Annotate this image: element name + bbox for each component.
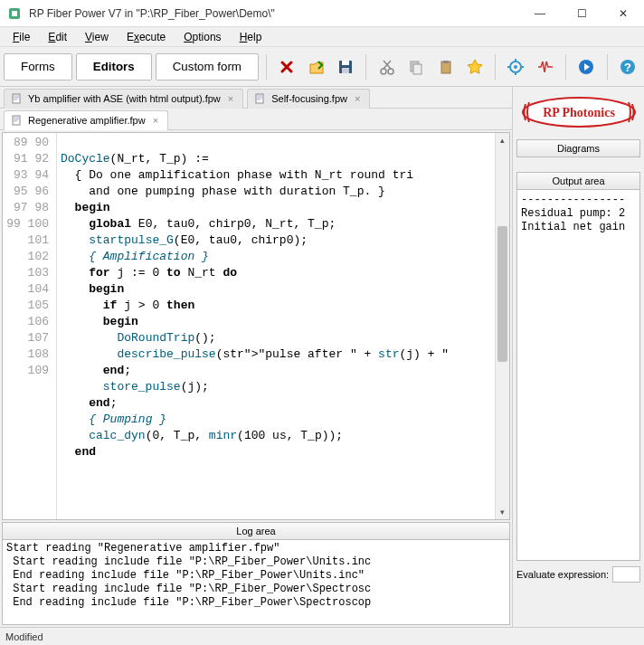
titlebar: RP Fiber Power V7 in "P:\RP_Fiber_Power\…	[0, 0, 644, 27]
scroll-down-icon[interactable]: ▾	[496, 505, 509, 519]
main-area: Yb amplifier with ASE (with html output)…	[0, 87, 644, 627]
output-area-panel: Output area ---------------- Residual pu…	[516, 172, 640, 561]
diagrams-panel: Diagrams	[516, 139, 640, 157]
toolbar-separator	[565, 54, 566, 80]
evaluate-expression-label: Evaluate expression:	[516, 569, 609, 580]
menu-help[interactable]: Help	[231, 29, 271, 45]
close-button[interactable]: ✕	[602, 0, 644, 27]
custom-form-button[interactable]: Custom form	[156, 53, 259, 81]
gear-icon[interactable]	[503, 53, 528, 81]
menu-execute[interactable]: Execute	[118, 29, 175, 45]
tab-yb-amplifier[interactable]: Yb amplifier with ASE (with html output)…	[4, 89, 243, 109]
svg-text:RP Photonics: RP Photonics	[543, 106, 615, 119]
log-area-header: Log area	[2, 522, 510, 540]
menubar: File Edit View Execute Options Help	[0, 27, 644, 47]
tab-label: Yb amplifier with ASE (with html output)…	[28, 93, 221, 104]
svg-text:?: ?	[624, 61, 631, 74]
log-area: Log area Start reading "Regenerative amp…	[2, 522, 510, 625]
document-icon	[12, 93, 23, 104]
tab-close-icon[interactable]: ×	[353, 93, 362, 104]
output-area-content[interactable]: ---------------- Residual pump: 2 Initia…	[516, 190, 640, 561]
right-pane: RP Photonics Diagrams Output area ------…	[513, 87, 644, 627]
tab-close-icon[interactable]: ×	[226, 93, 235, 104]
window-controls: — ☐ ✕	[519, 0, 644, 27]
tab-self-focusing[interactable]: Self-focusing.fpw ×	[247, 89, 370, 109]
line-number-gutter: 89 90 91 92 93 94 95 96 97 98 99 100 101…	[3, 133, 57, 519]
svg-rect-10	[443, 61, 449, 63]
scroll-up-icon[interactable]: ▴	[496, 133, 509, 147]
app-icon	[7, 6, 22, 21]
svg-rect-1	[12, 11, 17, 16]
save-icon[interactable]	[333, 53, 358, 81]
diagrams-header[interactable]: Diagrams	[516, 139, 640, 157]
cut-icon[interactable]	[374, 53, 399, 81]
menu-edit[interactable]: Edit	[39, 29, 76, 45]
status-modified: Modified	[5, 631, 52, 642]
maximize-button[interactable]: ☐	[561, 0, 602, 27]
tab-label: Regenerative amplifier.fpw	[28, 115, 146, 126]
toolbar: Forms Editors Custom form ?	[0, 47, 644, 87]
menu-file[interactable]: File	[4, 29, 39, 45]
forms-button[interactable]: Forms	[4, 53, 72, 81]
toolbar-separator	[607, 54, 608, 80]
editor-scrollbar[interactable]: ▴ ▾	[495, 133, 509, 519]
log-content[interactable]: Start reading "Regenerative amplifier.fp…	[2, 540, 510, 625]
paste-icon[interactable]	[432, 53, 458, 81]
svg-point-5	[381, 69, 386, 74]
minimize-button[interactable]: —	[519, 0, 561, 27]
toolbar-separator	[495, 54, 496, 80]
evaluate-expression-row: Evaluate expression:	[516, 566, 640, 583]
rp-photonics-logo: RP Photonics	[518, 92, 639, 132]
window-title: RP Fiber Power V7 in "P:\RP_Fiber_Power\…	[29, 7, 519, 20]
code-editor[interactable]: 89 90 91 92 93 94 95 96 97 98 99 100 101…	[2, 132, 510, 520]
tab-regenerative-amplifier[interactable]: Regenerative amplifier.fpw ×	[4, 110, 168, 130]
left-pane: Yb amplifier with ASE (with html output)…	[0, 87, 513, 627]
open-icon[interactable]	[303, 53, 328, 81]
document-icon	[12, 115, 23, 126]
tab-close-icon[interactable]: ×	[151, 115, 160, 126]
output-area-header: Output area	[516, 172, 640, 190]
editors-button[interactable]: Editors	[76, 53, 152, 81]
code-content[interactable]: DoCycle(N_rt, T_p) := { Do one amplifica…	[57, 133, 495, 519]
svg-point-12	[514, 65, 517, 69]
svg-rect-3	[342, 61, 349, 65]
pulse-icon[interactable]	[533, 53, 558, 81]
toolbar-separator	[266, 54, 267, 80]
toolbar-separator	[365, 54, 366, 80]
star-icon[interactable]	[462, 53, 488, 81]
help-icon[interactable]: ?	[615, 53, 640, 81]
statusbar: Modified	[0, 627, 644, 645]
svg-point-6	[388, 69, 393, 74]
tab-row-1: Yb amplifier with ASE (with html output)…	[0, 87, 512, 109]
delete-icon[interactable]	[274, 53, 299, 81]
scroll-track[interactable]	[496, 147, 509, 505]
svg-rect-4	[342, 68, 349, 73]
tab-row-2: Regenerative amplifier.fpw ×	[0, 109, 512, 130]
menu-options[interactable]: Options	[175, 29, 230, 45]
tab-label: Self-focusing.fpw	[271, 93, 347, 104]
evaluate-expression-input[interactable]	[612, 566, 640, 583]
scroll-thumb[interactable]	[497, 226, 507, 362]
play-icon[interactable]	[573, 53, 599, 81]
copy-icon[interactable]	[403, 53, 429, 81]
document-icon	[255, 93, 266, 104]
menu-view[interactable]: View	[76, 29, 118, 45]
svg-rect-8	[413, 64, 421, 74]
